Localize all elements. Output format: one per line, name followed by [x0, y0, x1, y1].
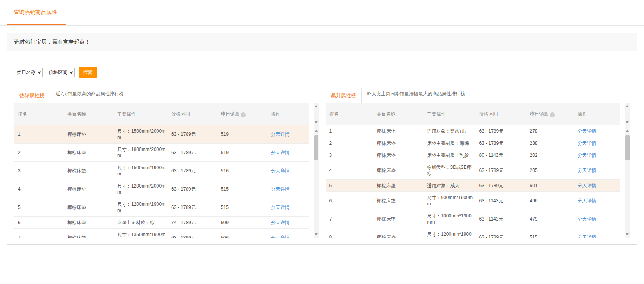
- scroll-up-icon[interactable]: [315, 130, 318, 132]
- daily-detail-link[interactable]: 分天详情: [578, 140, 596, 146]
- daily-detail-link[interactable]: 分天详情: [271, 220, 290, 225]
- daily-detail-link[interactable]: 分天详情: [578, 183, 596, 188]
- rank-cell: 8: [326, 231, 373, 238]
- price-range-cell: 63 - 1789元: [167, 165, 217, 177]
- daily-detail-link[interactable]: 分天详情: [578, 128, 596, 134]
- header-sales-label: 昨日销量: [221, 111, 239, 116]
- price-range-cell: 63 - 1789元: [167, 183, 217, 195]
- rank-cell: 5: [14, 202, 63, 213]
- table-row: 6 椰棕床垫 床垫主要材质：棕 74 - 1789元 509 分天详情: [14, 217, 309, 229]
- table-row: 7 椰棕床垫 尺寸：1350mm*1900mm 63 - 1399元 506 分…: [14, 229, 309, 238]
- header-category: 类目名称: [63, 111, 113, 117]
- attribute-cell: 尺寸：1350mm*1900mm: [113, 229, 167, 238]
- table-row: 2 椰棕床垫 床垫主要材质：海绵 63 - 1789元 238 分天详情: [326, 137, 621, 149]
- price-range-cell: 74 - 1789元: [167, 217, 217, 228]
- header-sales-label: 昨日销量: [530, 111, 549, 116]
- tab-rising-attribute-ranking[interactable]: 飙升属性榜: [326, 88, 362, 103]
- price-range-cell: 63 - 1789元: [475, 231, 526, 238]
- table-row: 8 椰棕床垫 尺寸：1200mm*1900mm 63 - 1789元 515 分…: [326, 228, 621, 238]
- rising-table: 排名 类目名称 主要属性 价格区间 昨日销量? 操作 1 椰棕床垫 适用对象：婴…: [326, 103, 621, 238]
- price-range-cell: 63 - 1789元: [167, 128, 217, 140]
- help-icon[interactable]: ?: [241, 112, 246, 117]
- rank-cell: 6: [326, 195, 373, 207]
- rank-cell: 4: [14, 183, 63, 195]
- price-range-select[interactable]: 价格区间: [46, 68, 75, 77]
- rank-cell: 5: [326, 180, 373, 191]
- banner-text: 选对热门宝贝，赢在竞争起点！: [7, 33, 637, 51]
- scroll-up-icon[interactable]: [626, 105, 629, 107]
- header-price-range: 价格区间: [475, 111, 526, 117]
- daily-detail-link[interactable]: 分天详情: [578, 235, 596, 238]
- daily-detail-link[interactable]: 分天详情: [578, 198, 596, 203]
- header-main-attribute: 主要属性: [113, 111, 167, 117]
- daily-detail-link[interactable]: 分天详情: [271, 235, 290, 238]
- price-range-cell: 63 - 1399元: [167, 232, 217, 238]
- price-range-cell: 63 - 1789元: [475, 180, 526, 191]
- price-range-cell: 63 - 1789元: [475, 125, 526, 137]
- price-range-cell: 63 - 1789元: [167, 202, 217, 213]
- category-cell: 椰棕床垫: [63, 165, 113, 177]
- filter-bar: 类目名称 价格区间 搜索: [14, 51, 630, 78]
- category-select[interactable]: 类目名称: [14, 68, 43, 77]
- tab-hot-attribute-ranking[interactable]: 热销属性榜: [14, 88, 50, 103]
- hot-panel-tabs: 热销属性榜 近7天销量最高的商品属性排行榜: [14, 88, 319, 103]
- help-icon[interactable]: ?: [550, 112, 555, 117]
- sales-cell: 516: [217, 165, 267, 177]
- scrollbar-thumb[interactable]: [625, 135, 630, 160]
- attribute-cell: 尺寸：1200mm*1900mm: [113, 198, 167, 216]
- vertical-scrollbar[interactable]: [314, 103, 319, 238]
- sales-cell: 515: [526, 231, 574, 238]
- sales-cell: 501: [526, 180, 574, 191]
- sales-cell: 515: [217, 183, 267, 195]
- category-cell: 椰棕床垫: [373, 149, 423, 161]
- category-cell: 椰棕床垫: [63, 232, 113, 238]
- rising-table-area: 排名 类目名称 主要属性 价格区间 昨日销量? 操作 1 椰棕床垫 适用对象：婴…: [326, 103, 630, 238]
- attribute-cell: 尺寸：1200mm*1900mm: [423, 228, 475, 238]
- rank-cell: 1: [326, 125, 373, 137]
- rank-cell: 3: [326, 149, 373, 161]
- scroll-up-icon[interactable]: [315, 105, 318, 107]
- header-sales-yesterday: 昨日销量?: [526, 110, 574, 117]
- category-cell: 椰棕床垫: [373, 213, 423, 225]
- scroll-down-icon[interactable]: [315, 233, 318, 235]
- category-cell: 椰棕床垫: [63, 202, 113, 213]
- rank-cell: 3: [14, 165, 63, 177]
- daily-detail-link[interactable]: 分天详情: [271, 186, 290, 192]
- header-main-attribute: 主要属性: [423, 111, 475, 117]
- table-header-row: 排名 类目名称 主要属性 价格区间 昨日销量? 操作: [326, 103, 621, 125]
- daily-detail-link[interactable]: 分天详情: [578, 168, 596, 173]
- price-range-cell: 63 - 1789元: [167, 147, 217, 158]
- scroll-down-icon[interactable]: [626, 121, 629, 123]
- scroll-up-icon[interactable]: [626, 130, 629, 132]
- category-cell: 椰棕床垫: [63, 147, 113, 158]
- top-tab-bar: 查询热销商品属性: [0, 0, 644, 26]
- tab-query-hot-attributes[interactable]: 查询热销商品属性: [7, 0, 66, 25]
- price-range-cell: 63 - 1143元: [475, 213, 526, 225]
- daily-detail-link[interactable]: 分天详情: [271, 168, 290, 174]
- scrollbar-thumb[interactable]: [314, 135, 318, 160]
- table-row: 4 椰棕床垫 棕榈类型：3D或3E椰棕 63 - 1789元 205 分天详情: [326, 161, 621, 180]
- daily-detail-link[interactable]: 分天详情: [271, 131, 290, 137]
- daily-detail-link[interactable]: 分天详情: [271, 150, 290, 155]
- vertical-scrollbar[interactable]: [625, 103, 630, 238]
- category-cell: 椰棕床垫: [63, 183, 113, 195]
- header-price-range: 价格区间: [167, 111, 217, 117]
- hot-attribute-panel: 热销属性榜 近7天销量最高的商品属性排行榜 排名 类目名称 主要属性 价格区间 …: [14, 88, 319, 238]
- sales-cell: 238: [526, 137, 574, 149]
- attribute-cell: 床垫主要材质：乳胶: [423, 149, 475, 161]
- rank-cell: 2: [326, 137, 373, 149]
- daily-detail-link[interactable]: 分天详情: [271, 205, 290, 210]
- header-rank: 排名: [14, 111, 63, 117]
- scroll-down-icon[interactable]: [626, 233, 629, 235]
- price-range-cell: 63 - 1143元: [475, 195, 526, 207]
- rising-panel-tabs: 飙升属性榜 昨天比上周同期销量涨幅最大的商品属性排行榜: [326, 88, 630, 103]
- daily-detail-link[interactable]: 分天详情: [578, 153, 596, 158]
- header-rank: 排名: [326, 111, 373, 117]
- table-header-row: 排名 类目名称 主要属性 价格区间 昨日销量? 操作: [14, 103, 309, 125]
- table-row: 3 椰棕床垫 床垫主要材质：乳胶 80 - 1143元 202 分天详情: [326, 149, 621, 161]
- scroll-down-icon[interactable]: [315, 121, 318, 123]
- search-button[interactable]: 搜索: [79, 67, 97, 78]
- daily-detail-link[interactable]: 分天详情: [578, 216, 596, 222]
- table-row: 2 椰棕床垫 尺寸：1800mm*2000mm 63 - 1789元 519 分…: [14, 144, 309, 162]
- header-sales-yesterday: 昨日销量?: [217, 110, 267, 117]
